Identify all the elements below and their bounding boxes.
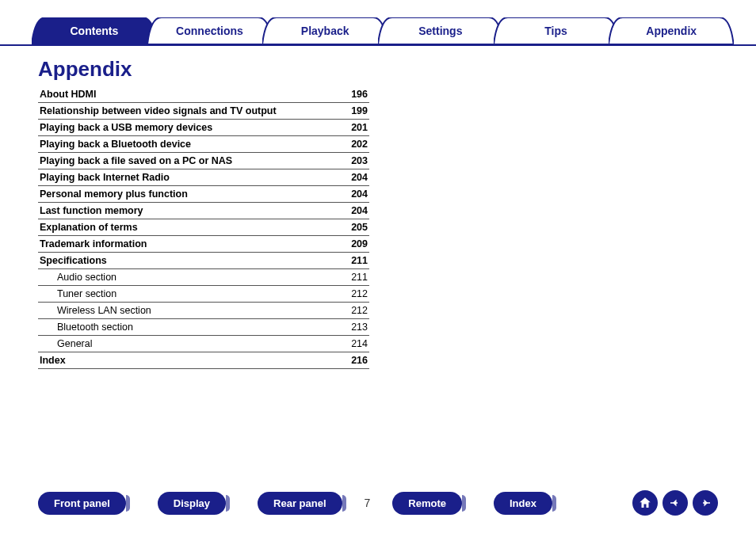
toc-row[interactable]: Wireless LAN section212 [38, 303, 369, 319]
toc-label: Trademark information [40, 238, 147, 249]
toc-row[interactable]: General214 [38, 336, 369, 352]
toc-row[interactable]: Playing back Internet Radio204 [38, 169, 369, 186]
toc-label: Relationship between video signals and T… [40, 105, 277, 116]
toc-page: 212 [351, 305, 368, 316]
toc-label: Index [40, 355, 66, 366]
toc-row[interactable]: Specifications211 [38, 253, 369, 269]
toc-page: 196 [351, 89, 368, 100]
toc-page: 213 [351, 322, 368, 333]
toc-label: Playing back Internet Radio [40, 172, 170, 183]
toc-label: Bluetooth section [57, 322, 133, 333]
top-tabs: Contents Connections Playback Settings T… [0, 0, 756, 46]
rear-panel-button[interactable]: Rear panel [258, 492, 342, 515]
page-number: 7 [365, 497, 371, 509]
toc-row[interactable]: Playing back a file saved on a PC or NAS… [38, 153, 369, 169]
toc-label: Specifications [40, 255, 107, 266]
bottom-nav: Front panel Display Rear panel 7 Remote … [0, 490, 756, 516]
display-button[interactable]: Display [158, 492, 226, 515]
table-of-contents: About HDMI196Relationship between video … [38, 86, 369, 369]
toc-label: Last function memory [40, 205, 143, 216]
next-page-icon[interactable] [693, 490, 718, 516]
toc-page: 204 [351, 188, 368, 200]
toc-row[interactable]: Last function memory204 [38, 203, 369, 219]
svg-rect-1 [703, 502, 710, 504]
toc-page: 209 [351, 238, 368, 249]
toc-label: Audio section [57, 272, 116, 283]
toc-page: 204 [351, 172, 368, 183]
toc-label: Explanation of terms [40, 222, 138, 233]
toc-row[interactable]: Explanation of terms205 [38, 219, 369, 236]
toc-label: Playing back a file saved on a PC or NAS [40, 155, 232, 166]
toc-page: 216 [351, 355, 368, 366]
index-button[interactable]: Index [494, 492, 552, 515]
tab-contents[interactable]: Contents [32, 17, 157, 44]
home-icon[interactable] [632, 490, 658, 516]
toc-page: 201 [351, 122, 368, 133]
toc-row[interactable]: Trademark information209 [38, 236, 369, 253]
toc-row[interactable]: Index216 [38, 352, 369, 369]
toc-row[interactable]: Relationship between video signals and T… [38, 103, 369, 120]
front-panel-button[interactable]: Front panel [38, 492, 126, 515]
toc-page: 212 [351, 288, 368, 299]
toc-label: About HDMI [40, 89, 97, 100]
toc-row[interactable]: Playing back a Bluetooth device202 [38, 136, 369, 153]
toc-label: Tuner section [57, 288, 116, 299]
toc-label: Personal memory plus function [40, 188, 188, 200]
toc-page: 214 [351, 338, 368, 349]
tab-tips[interactable]: Tips [494, 17, 619, 44]
page-title: Appendix [38, 57, 756, 82]
svg-rect-0 [670, 502, 678, 504]
toc-row[interactable]: Bluetooth section213 [38, 319, 369, 336]
toc-label: Playing back a USB memory devices [40, 122, 212, 133]
toc-page: 205 [351, 222, 368, 233]
toc-label: Playing back a Bluetooth device [40, 139, 191, 150]
toc-row[interactable]: About HDMI196 [38, 86, 369, 103]
toc-row[interactable]: Personal memory plus function204 [38, 186, 369, 203]
toc-page: 204 [351, 205, 368, 216]
toc-page: 202 [351, 139, 368, 150]
toc-page: 211 [351, 272, 368, 283]
toc-row[interactable]: Audio section211 [38, 269, 369, 286]
toc-row[interactable]: Tuner section212 [38, 286, 369, 303]
tab-playback[interactable]: Playback [262, 17, 388, 44]
toc-page: 199 [351, 105, 368, 116]
toc-page: 203 [351, 155, 368, 166]
prev-page-icon[interactable] [662, 490, 688, 516]
toc-page: 211 [351, 255, 368, 266]
tab-appendix[interactable]: Appendix [609, 17, 734, 44]
remote-button[interactable]: Remote [392, 492, 462, 515]
toc-label: General [57, 338, 92, 349]
tab-connections[interactable]: Connections [147, 17, 273, 44]
toc-label: Wireless LAN section [57, 305, 151, 316]
tab-settings[interactable]: Settings [378, 17, 503, 44]
toc-row[interactable]: Playing back a USB memory devices201 [38, 120, 369, 136]
